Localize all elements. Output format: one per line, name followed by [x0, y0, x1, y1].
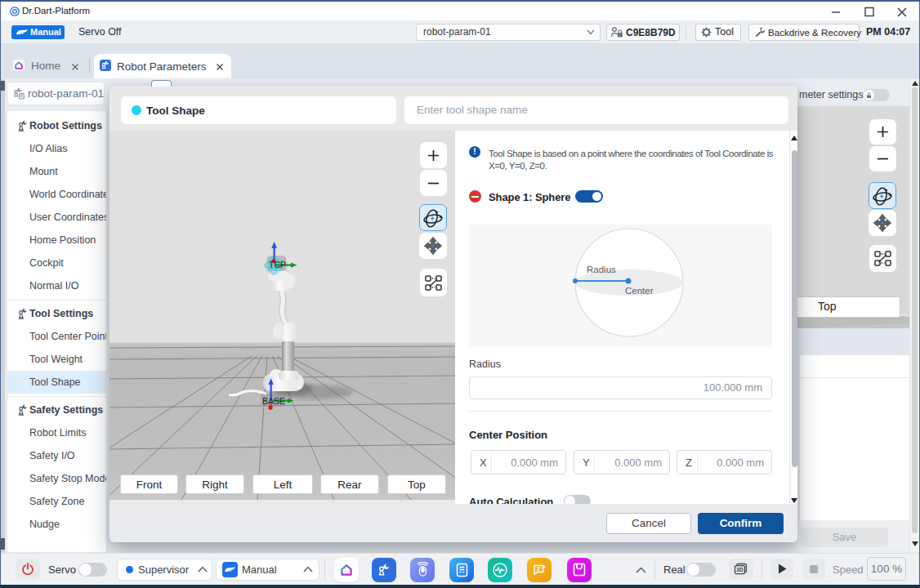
svg-text:Radius: Radius [587, 265, 616, 274]
svg-text:Center: Center [625, 286, 654, 296]
svg-text:3D: 3D [736, 567, 744, 572]
svg-text:BASE: BASE [262, 396, 285, 406]
svg-text:TCP: TCP [269, 260, 286, 270]
